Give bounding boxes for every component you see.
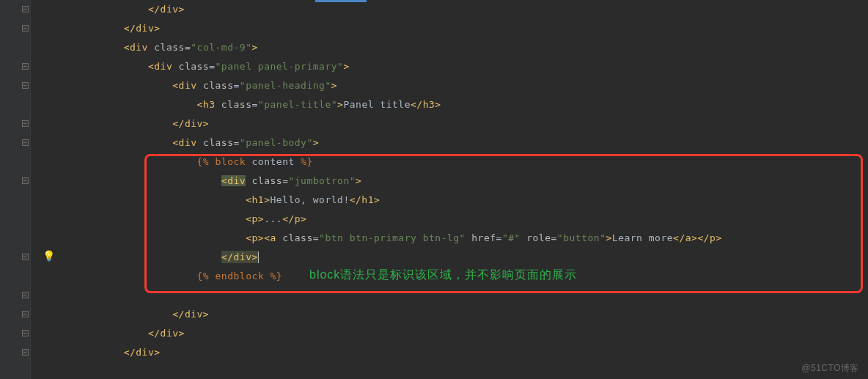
code-line[interactable]: <p>...</p> [75, 210, 868, 229]
code-line[interactable]: <div class="panel-body"> [75, 133, 868, 152]
code-line[interactable]: {% block content %} [75, 152, 868, 172]
code-line[interactable]: <div class="panel panel-primary"> [75, 57, 868, 76]
fold-marker[interactable]: − [22, 25, 29, 32]
fold-marker[interactable]: − [22, 330, 29, 336]
code-line[interactable]: </div> [75, 324, 868, 343]
code-line[interactable]: </div> [75, 343, 868, 362]
code-editor[interactable]: − − − − − − − − − − − − 💡 </div> </div> … [0, 0, 868, 379]
code-line[interactable]: </div> [75, 0, 868, 19]
code-line[interactable]: </div> [75, 114, 868, 133]
code-line[interactable]: <div class="col-md-9"> [75, 38, 868, 57]
code-line[interactable]: <div class="panel-heading"> [75, 76, 868, 95]
code-area[interactable]: </div> </div> <div class="col-md-9"> <di… [31, 0, 868, 379]
watermark: @51CTO博客 [801, 362, 859, 375]
code-line[interactable]: </div> [75, 248, 868, 267]
code-line[interactable]: <div class="jumbotron"> [75, 172, 868, 191]
fold-marker[interactable]: − [22, 120, 29, 127]
fold-marker[interactable]: − [22, 254, 29, 260]
annotation-text: block语法只是标识该区域，并不影响页面的展示 [309, 268, 577, 283]
code-line[interactable]: <h1>Hello, world!</h1> [75, 191, 868, 210]
fold-marker[interactable]: − [22, 63, 29, 70]
code-line[interactable]: </div> [75, 19, 868, 38]
fold-marker[interactable]: − [22, 82, 29, 89]
fold-marker[interactable]: − [22, 292, 29, 298]
fold-marker[interactable]: − [22, 6, 29, 12]
tag: </div> [124, 23, 161, 34]
fold-marker[interactable]: − [22, 139, 29, 146]
code-line[interactable]: <h3 class="panel-title">Panel title</h3> [75, 95, 868, 114]
tag: </div> [148, 4, 185, 15]
caret [258, 251, 259, 263]
fold-marker[interactable]: − [22, 177, 29, 184]
code-line[interactable] [75, 286, 868, 305]
fold-column[interactable]: − − − − − − − − − − − − [20, 0, 30, 379]
gutter[interactable]: − − − − − − − − − − − − [0, 0, 31, 379]
code-line[interactable]: <p><a class="btn btn-primary btn-lg" hre… [75, 229, 868, 248]
fold-marker[interactable]: − [22, 349, 29, 356]
code-line[interactable]: </div> [75, 305, 868, 324]
fold-marker[interactable]: − [22, 311, 29, 317]
